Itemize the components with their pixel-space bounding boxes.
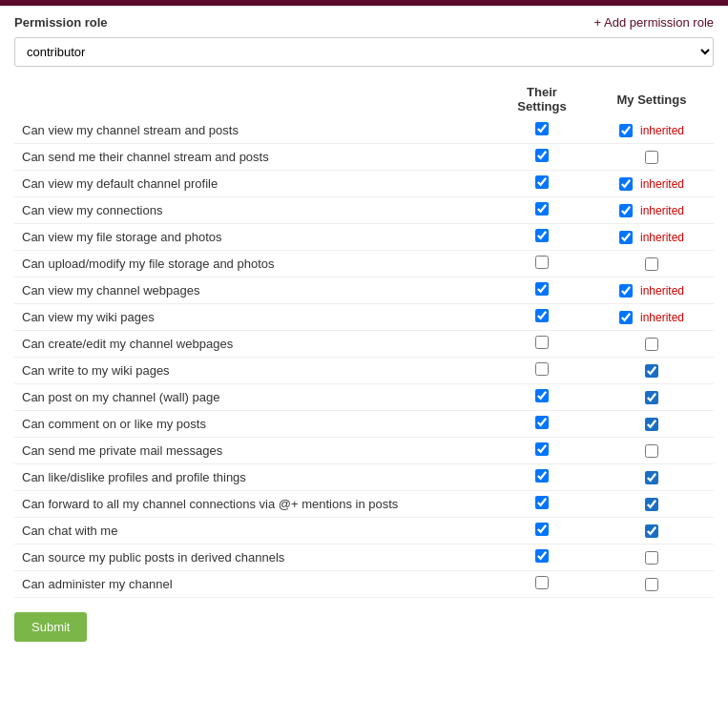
their-checkbox[interactable] [535,229,549,242]
submit-button[interactable]: Submit [14,612,87,642]
permission-label: Can view my wiki pages [14,304,494,331]
my-checkbox[interactable] [619,284,633,298]
permission-label: Can view my channel webpages [14,277,494,304]
my-checkbox[interactable] [619,311,633,324]
their-settings-cell [494,331,590,358]
my-settings-cell: inherited [590,197,714,224]
my-checkbox[interactable] [645,551,658,565]
table-row: Can upload/modify my file storage and ph… [14,251,714,277]
my-checkbox[interactable] [619,124,633,137]
their-checkbox[interactable] [535,256,549,269]
table-row: Can view my channel stream and postsinhe… [14,117,714,144]
table-row: Can view my wiki pagesinherited [14,304,714,331]
their-checkbox[interactable] [535,122,549,135]
permission-label: Can upload/modify my file storage and ph… [14,251,494,277]
table-row: Can send me private mail messages [14,438,714,464]
my-settings-cell [590,438,714,464]
their-settings-cell [494,491,590,518]
their-settings-cell [494,571,590,598]
their-checkbox[interactable] [535,549,549,563]
their-checkbox[interactable] [535,576,549,589]
table-row: Can chat with me [14,518,714,544]
my-checkbox[interactable] [645,151,658,164]
their-checkbox[interactable] [535,175,549,189]
my-settings-cell [590,251,714,277]
their-settings-cell [494,171,590,197]
my-settings-cell [590,491,714,518]
their-settings-cell [494,304,590,331]
their-settings-cell [494,384,590,411]
permission-label: Can post on my channel (wall) page [14,384,494,411]
my-checkbox[interactable] [619,231,633,244]
their-checkbox[interactable] [535,202,549,216]
my-checkbox[interactable] [645,364,658,378]
their-settings-cell [494,277,590,304]
their-checkbox[interactable] [535,336,549,349]
their-settings-cell [494,464,590,491]
their-checkbox[interactable] [535,149,549,162]
my-settings-cell [590,331,714,358]
my-checkbox[interactable] [645,257,658,271]
their-checkbox[interactable] [535,442,549,456]
permission-label: Can like/dislike profiles and profile th… [14,464,494,491]
col-header-permission [14,81,494,117]
permissions-table: Their Settings My Settings Can view my c… [14,81,714,598]
my-checkbox[interactable] [645,524,658,538]
my-settings-cell [590,384,714,411]
their-settings-cell [494,358,590,384]
inherited-label: inherited [640,124,684,137]
my-checkbox[interactable] [645,418,658,431]
my-settings-cell [590,358,714,384]
my-checkbox[interactable] [619,204,633,217]
table-row: Can administer my channel [14,571,714,598]
permission-label: Can send me private mail messages [14,438,494,464]
permission-label: Can write to my wiki pages [14,358,494,384]
their-settings-cell [494,197,590,224]
table-row: Can like/dislike profiles and profile th… [14,464,714,491]
permission-label: Can create/edit my channel webpages [14,331,494,358]
my-checkbox[interactable] [619,177,633,191]
table-row: Can comment on or like my posts [14,411,714,438]
my-checkbox[interactable] [645,471,658,484]
their-checkbox[interactable] [535,496,549,509]
their-checkbox[interactable] [535,523,549,536]
their-checkbox[interactable] [535,416,549,429]
my-settings-cell: inherited [590,117,714,144]
table-row: Can view my default channel profileinher… [14,171,714,197]
my-checkbox[interactable] [645,338,658,351]
inherited-label: inherited [640,204,684,217]
their-settings-cell [494,438,590,464]
permission-label: Can forward to all my channel connection… [14,491,494,518]
my-settings-cell [590,464,714,491]
permission-label: Can view my default channel profile [14,171,494,197]
their-checkbox[interactable] [535,469,549,483]
their-checkbox[interactable] [535,309,549,322]
table-row: Can view my file storage and photosinher… [14,224,714,251]
permission-label: Can chat with me [14,518,494,544]
table-row: Can view my channel webpagesinherited [14,277,714,304]
their-settings-cell [494,224,590,251]
my-checkbox[interactable] [645,498,658,511]
their-checkbox[interactable] [535,362,549,376]
col-header-their-settings: Their Settings [494,81,590,117]
my-settings-cell [590,544,714,571]
role-select[interactable]: contributorowneradminviewer [14,37,714,67]
table-row: Can send me their channel stream and pos… [14,144,714,171]
permission-role-label: Permission role [14,15,108,30]
their-settings-cell [494,544,590,571]
their-checkbox[interactable] [535,389,549,402]
table-row: Can forward to all my channel connection… [14,491,714,518]
their-settings-cell [494,251,590,277]
table-row: Can write to my wiki pages [14,358,714,384]
inherited-label: inherited [640,231,684,244]
my-settings-cell: inherited [590,171,714,197]
my-checkbox[interactable] [645,391,658,404]
their-checkbox[interactable] [535,282,549,296]
my-checkbox[interactable] [645,578,658,591]
permission-label: Can send me their channel stream and pos… [14,144,494,171]
my-checkbox[interactable] [645,444,658,458]
their-settings-cell [494,411,590,438]
permission-label: Can view my file storage and photos [14,224,494,251]
add-permission-link[interactable]: + Add permission role [594,15,714,30]
their-settings-cell [494,117,590,144]
